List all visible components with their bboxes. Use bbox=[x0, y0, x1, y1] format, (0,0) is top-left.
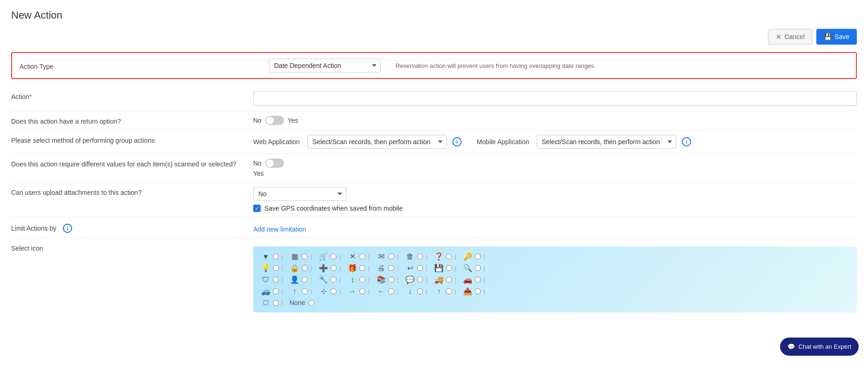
icon-cell-envelope: ✉ | bbox=[376, 252, 404, 261]
icon-radio-truck[interactable] bbox=[446, 277, 452, 283]
chat-widget[interactable]: 💬 Chat with an Expert bbox=[780, 338, 859, 356]
different-values-toggle-row: No bbox=[253, 159, 857, 168]
mobile-method-select[interactable]: Select/Scan records, then perform action… bbox=[537, 135, 676, 149]
action-input[interactable] bbox=[253, 91, 857, 106]
cancel-button[interactable]: ✕ Cancel bbox=[768, 29, 813, 45]
key-icon: 🔑 bbox=[463, 252, 473, 261]
action-label: Action* bbox=[11, 91, 253, 100]
icon-radio-right[interactable] bbox=[359, 288, 365, 294]
icon-row-1: ♥ | ▦ | 🛒 bbox=[261, 252, 849, 261]
page-container: New Action ✕ Cancel 💾 Save Action Type D… bbox=[0, 0, 868, 365]
icon-cell-car: 🚗 | bbox=[463, 275, 491, 284]
add-limitation-link[interactable]: Add new limitation bbox=[253, 226, 306, 233]
icon-radio-barcode[interactable] bbox=[302, 253, 308, 259]
limit-actions-row: Limit Actions by i Add new limitation bbox=[11, 217, 857, 238]
different-values-control: No Yes bbox=[253, 159, 857, 177]
mobile-info-icon[interactable]: i bbox=[682, 137, 691, 146]
save-label: Save bbox=[834, 33, 849, 40]
action-type-select[interactable]: Date Dependent Action Standard Action Re… bbox=[269, 59, 381, 73]
save-button[interactable]: 💾 Save bbox=[816, 29, 857, 45]
web-method-select[interactable]: Select/Scan records, then perform action… bbox=[307, 135, 447, 149]
upload-label: Can users upload attachments to this act… bbox=[11, 187, 253, 196]
icon-radio-up2[interactable] bbox=[446, 288, 452, 294]
icon-cell-down: ↓ | bbox=[405, 287, 433, 296]
upload-select[interactable]: No Yes Optional bbox=[253, 187, 346, 201]
icon-cell-trash: 🗑 | bbox=[405, 252, 433, 261]
icon-radio-car2[interactable] bbox=[273, 288, 279, 294]
icon-cell-bulb: 💡 | bbox=[261, 264, 289, 272]
icon-cell-car2: 🚙 | bbox=[261, 287, 289, 296]
icon-radio-bulb[interactable] bbox=[273, 265, 279, 271]
icon-radio-chat[interactable] bbox=[417, 277, 423, 283]
return-option-control: No Yes bbox=[253, 116, 857, 125]
icon-cell-return: ↩ | bbox=[405, 264, 433, 272]
icon-radio-x[interactable] bbox=[359, 253, 365, 259]
icon-cell-search: 🔍 | bbox=[463, 264, 491, 272]
icon-cell-cart: 🛒 | bbox=[318, 252, 346, 261]
icon-radio-lock[interactable] bbox=[302, 265, 308, 271]
save-disk-icon: 💾 bbox=[434, 264, 444, 272]
icon-row-4: 🚙 | ↑ | ⊹ bbox=[261, 287, 849, 296]
icon-radio-key[interactable] bbox=[475, 253, 481, 259]
icon-radio-gift[interactable] bbox=[359, 265, 365, 271]
icon-radio-down[interactable] bbox=[417, 288, 423, 294]
export-icon: 📤 bbox=[463, 287, 473, 296]
icon-cell-user: 👤 | bbox=[289, 275, 317, 284]
return-icon: ↩ bbox=[405, 264, 415, 272]
group-method-label: Please select method of performing group… bbox=[11, 135, 253, 144]
icon-radio-car[interactable] bbox=[475, 277, 481, 283]
icon-radio-export[interactable] bbox=[475, 288, 481, 294]
icon-grid: ♥ | ▦ | 🛒 bbox=[261, 252, 849, 307]
icon-radio-wrench[interactable] bbox=[330, 277, 336, 283]
icon-radio-user[interactable] bbox=[302, 277, 308, 283]
icon-radio-shield[interactable] bbox=[273, 277, 279, 283]
limit-info-icon[interactable]: i bbox=[63, 224, 72, 233]
barcode-icon: ▦ bbox=[289, 252, 300, 261]
icon-cell-gift: 🎁 | bbox=[347, 264, 375, 272]
toggle-thumb bbox=[266, 117, 274, 124]
icon-radio-updown[interactable] bbox=[359, 277, 365, 283]
diff-no-label: No bbox=[253, 159, 262, 167]
icon-cell-square: □ | bbox=[261, 299, 289, 307]
icon-radio-printer[interactable] bbox=[388, 265, 394, 271]
icon-radio-question[interactable] bbox=[446, 253, 452, 259]
different-values-toggle[interactable] bbox=[265, 159, 284, 168]
icon-radio-trash[interactable] bbox=[417, 253, 423, 259]
none-row: None bbox=[289, 299, 315, 306]
car2-icon: 🚙 bbox=[261, 287, 271, 296]
icon-radio-heart[interactable] bbox=[273, 253, 279, 259]
chat-widget-label: Chat with an Expert bbox=[799, 343, 851, 350]
icon-radio-crosshair[interactable] bbox=[330, 288, 336, 294]
icon-radio-cart[interactable] bbox=[330, 253, 336, 259]
left-arrow-icon: ← bbox=[376, 287, 386, 296]
icon-cell-lock: 🔒 | bbox=[289, 264, 317, 272]
icon-radio-left[interactable] bbox=[388, 288, 394, 294]
x-icon: ✕ bbox=[347, 252, 357, 261]
printer-icon: 🖨 bbox=[376, 264, 386, 272]
icon-cell-heart: ♥ | bbox=[261, 252, 289, 261]
select-icon-row: Select icon ♥ | ▦ bbox=[11, 238, 857, 317]
up2-arrow-icon: ↑ bbox=[434, 287, 444, 296]
icon-radio-return[interactable] bbox=[417, 265, 423, 271]
return-option-toggle[interactable] bbox=[265, 116, 284, 125]
action-type-section: Action Type Date Dependent Action Standa… bbox=[11, 52, 857, 79]
icon-cell-export: 📤 | bbox=[463, 287, 491, 296]
icon-radio-none[interactable] bbox=[309, 300, 315, 306]
different-values-row: Does this action require different value… bbox=[11, 154, 857, 182]
diff-toggle-thumb bbox=[266, 159, 274, 167]
icon-radio-layers[interactable] bbox=[388, 277, 394, 283]
bulb-icon: 💡 bbox=[261, 264, 271, 272]
icon-row-2: 💡 | 🔒 | ➕ bbox=[261, 264, 849, 272]
no-label: No bbox=[253, 117, 262, 124]
icon-radio-envelope[interactable] bbox=[388, 253, 394, 259]
yes-label: Yes bbox=[288, 117, 298, 124]
icon-radio-plus[interactable] bbox=[330, 265, 336, 271]
right-arrow-icon: → bbox=[347, 287, 357, 296]
icon-row-3: 🛡 | 👤 | 🔧 bbox=[261, 275, 849, 284]
icon-radio-square[interactable] bbox=[273, 300, 279, 306]
icon-radio-save[interactable] bbox=[446, 265, 452, 271]
icon-radio-up[interactable] bbox=[302, 288, 308, 294]
icon-radio-search[interactable] bbox=[475, 265, 481, 271]
gps-checkbox[interactable] bbox=[253, 205, 261, 212]
web-info-icon[interactable]: i bbox=[452, 137, 462, 146]
